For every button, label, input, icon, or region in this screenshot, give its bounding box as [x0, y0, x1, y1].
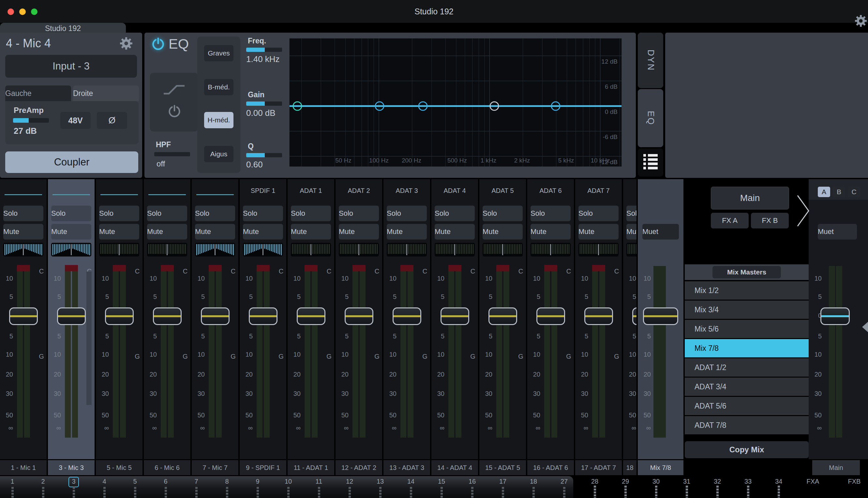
mute-button[interactable]: Mute	[291, 224, 331, 239]
pan-display[interactable]	[483, 243, 523, 257]
solo-button[interactable]: Solo	[579, 206, 619, 221]
bridge-channel-28[interactable]: 28	[585, 478, 605, 485]
master-mute-button[interactable]: Muet	[642, 224, 679, 239]
bridge-channel-16[interactable]: 16	[462, 478, 482, 485]
fader-handle[interactable]	[643, 307, 678, 325]
bridge-channel-30[interactable]: 30	[646, 478, 666, 485]
pan-display[interactable]	[99, 243, 139, 257]
settings-gear-icon[interactable]	[854, 14, 867, 27]
bridge-channel-11[interactable]: 11	[309, 478, 329, 485]
channel-name-tile[interactable]: 12 - ADAT 2	[336, 460, 382, 475]
preamp-slider[interactable]	[13, 118, 49, 123]
pan-display[interactable]	[243, 243, 283, 257]
fader-handle[interactable]	[9, 307, 38, 325]
coupler-link-button[interactable]: Coupler	[5, 152, 138, 173]
mix-masters-button[interactable]: Mix Masters	[713, 266, 781, 278]
fx-a-button[interactable]: FX A	[711, 213, 749, 228]
pan-display[interactable]	[579, 243, 619, 257]
layer-tab-c[interactable]: C	[848, 187, 860, 197]
pan-display[interactable]	[435, 243, 475, 257]
fader-handle[interactable]	[249, 307, 277, 325]
hpf-power-icon[interactable]	[167, 104, 181, 118]
fader-handle[interactable]	[537, 307, 565, 325]
channel-name-tile[interactable]: 7 - Mic 7	[192, 460, 238, 475]
chevron-right-icon[interactable]	[796, 194, 811, 227]
bridge-channel-33[interactable]: 33	[738, 478, 758, 485]
bridge-channel-13[interactable]: 13	[370, 478, 390, 485]
pan-display[interactable]	[291, 243, 331, 257]
mute-button[interactable]: Mute	[99, 224, 139, 239]
channel-name-tile[interactable]: 17 - ADAT 7	[575, 460, 622, 475]
fader-handle[interactable]	[345, 307, 374, 325]
mute-button[interactable]: Mute	[195, 224, 235, 239]
bridge-fxa[interactable]: FXA	[800, 478, 826, 485]
mix-item-adat-7-8[interactable]: ADAT 7/8	[685, 416, 809, 434]
tab-eq[interactable]: EQ	[638, 89, 663, 147]
fader-handle[interactable]	[820, 307, 850, 325]
tab-dyn[interactable]: DYN	[638, 32, 663, 88]
pan-vertical-track[interactable]	[86, 272, 92, 405]
eq-band-aigus[interactable]: Aigus	[204, 146, 233, 162]
bridge-channel-9[interactable]: 9	[248, 478, 267, 485]
channel-name-tile[interactable]: 9 - SPDIF 1	[240, 460, 286, 475]
q-slider[interactable]	[246, 153, 282, 157]
mix-item-mix-3-4[interactable]: Mix 3/4	[685, 301, 809, 319]
freq-slider[interactable]	[246, 48, 282, 52]
device-tab[interactable]: Studio 192	[0, 23, 126, 32]
bridge-channel-17[interactable]: 17	[493, 478, 513, 485]
pan-display[interactable]	[147, 243, 187, 257]
solo-button[interactable]: Solo	[3, 206, 43, 221]
bridge-channel-4[interactable]: 4	[95, 478, 114, 485]
channel-name-tile[interactable]: 13 - ADAT 3	[383, 460, 430, 475]
bridge-channel-15[interactable]: 15	[432, 478, 451, 485]
mix-item-mix-5-6[interactable]: Mix 5/6	[685, 320, 809, 338]
mute-button[interactable]: Mute	[483, 224, 523, 239]
fader-handle[interactable]	[584, 307, 613, 325]
solo-button[interactable]: Solo	[51, 206, 91, 221]
bridge-channel-12[interactable]: 12	[340, 478, 359, 485]
hpf-slider[interactable]	[154, 152, 190, 156]
input-select-button[interactable]: Input - 3	[5, 55, 137, 78]
channel-name-tile[interactable]: 11 - ADAT 1	[288, 460, 334, 475]
bridge-channel-14[interactable]: 14	[401, 478, 421, 485]
phantom-48v-button[interactable]: 48V	[60, 112, 91, 129]
fader-handle[interactable]	[297, 307, 325, 325]
mix-item-adat-5-6[interactable]: ADAT 5/6	[685, 397, 809, 415]
bridge-channel-6[interactable]: 6	[156, 478, 175, 485]
mix-item-adat-3-4[interactable]: ADAT 3/4	[685, 378, 809, 396]
pan-display[interactable]	[387, 243, 427, 257]
bridge-channel-7[interactable]: 7	[187, 478, 206, 485]
pan-display[interactable]	[530, 243, 571, 257]
eq-power-icon[interactable]	[151, 37, 165, 51]
fx-b-button[interactable]: FX B	[751, 213, 789, 228]
mute-button[interactable]: Mute	[387, 224, 427, 239]
mute-button[interactable]: Mute	[3, 224, 43, 239]
mute-button[interactable]: Mute	[147, 224, 187, 239]
layer-tab-b[interactable]: B	[833, 187, 845, 197]
bridge-channel-3[interactable]: 3	[64, 478, 83, 485]
bridge-channel-8[interactable]: 8	[217, 478, 237, 485]
mute-button[interactable]: Mute	[243, 224, 283, 239]
fader-handle[interactable]	[488, 307, 517, 325]
fader-handle[interactable]	[440, 307, 469, 325]
bridge-channel-27[interactable]: 27	[554, 478, 574, 485]
eq-band-hmd[interactable]: H-méd.	[204, 112, 233, 128]
hpf-slope-icon[interactable]	[162, 81, 186, 97]
solo-button[interactable]: Solo	[339, 206, 379, 221]
channel-settings-gear-icon[interactable]	[119, 37, 133, 50]
mix-item-adat-1-2[interactable]: ADAT 1/2	[685, 358, 809, 377]
channel-name-tile[interactable]: 14 - ADAT 4	[431, 460, 478, 475]
layer-tab-a[interactable]: A	[818, 187, 830, 197]
tab-right-droite[interactable]: Droite	[73, 86, 139, 101]
channel-name-tile[interactable]: 6 - Mic 6	[144, 460, 190, 475]
mute-button[interactable]: Mute	[579, 224, 619, 239]
bridge-channel-29[interactable]: 29	[615, 478, 635, 485]
mute-button[interactable]: Mute	[51, 224, 91, 239]
channel-name-tile[interactable]: 16 - ADAT 6	[527, 460, 574, 475]
bridge-channel-31[interactable]: 31	[677, 478, 696, 485]
solo-button[interactable]: Solo	[243, 206, 283, 221]
bridge-channel-1[interactable]: 1	[3, 478, 22, 485]
bridge-channel-34[interactable]: 34	[769, 478, 788, 485]
channel-name-tile[interactable]: 1 - Mic 1	[0, 460, 46, 475]
bridge-channel-18[interactable]: 18	[524, 478, 543, 485]
